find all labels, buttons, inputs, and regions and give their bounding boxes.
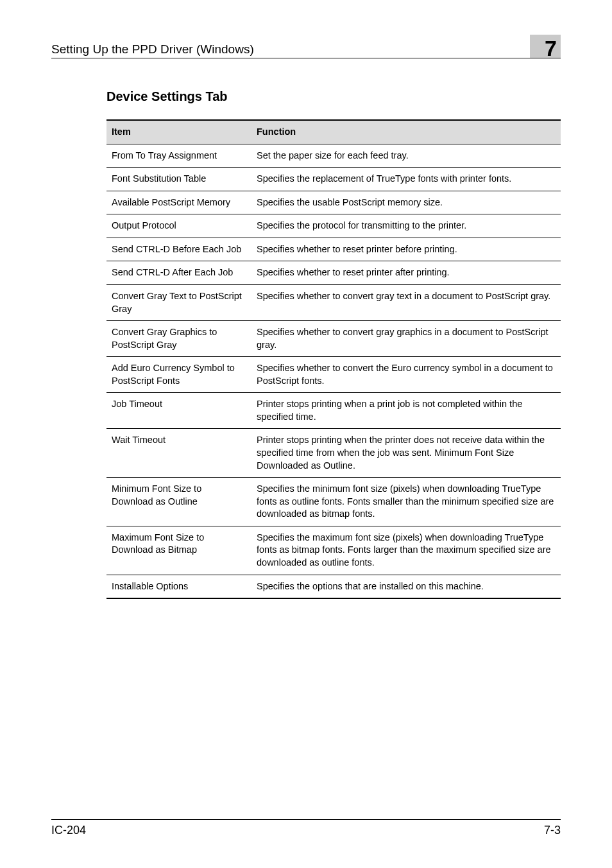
table-row: Output Protocol Specifies the protocol f…	[106, 214, 561, 238]
table-row: Minimum Font Size to Download as Outline…	[106, 478, 561, 526]
table-row: Convert Gray Graphics to PostScript Gray…	[106, 321, 561, 357]
section-title: Device Settings Tab	[106, 89, 561, 104]
table-row: Send CTRL-D After Each Job Specifies whe…	[106, 261, 561, 285]
table-cell-item: Job Timeout	[106, 393, 251, 429]
table-header-item: Item	[106, 120, 251, 144]
device-settings-table: Item Function From To Tray Assignment Se…	[106, 119, 561, 599]
table-cell-item: Font Substitution Table	[106, 168, 251, 191]
table-cell-item: Output Protocol	[106, 214, 251, 238]
table-cell-item: Send CTRL-D After Each Job	[106, 261, 251, 285]
table-cell-item: From To Tray Assignment	[106, 144, 251, 168]
table-cell-function: Specifies whether to reset printer after…	[251, 261, 561, 285]
header-title: Setting Up the PPD Driver (Windows)	[51, 42, 254, 56]
chapter-indicator: 7	[522, 35, 561, 58]
table-row: Font Substitution Table Specifies the re…	[106, 168, 561, 191]
table-cell-function: Printer stops printing when a print job …	[251, 393, 561, 429]
table-row: Installable Options Specifies the option…	[106, 575, 561, 598]
table-cell-function: Specifies the usable PostScript memory s…	[251, 191, 561, 214]
table-cell-item: Minimum Font Size to Download as Outline	[106, 478, 251, 526]
table-row: Job Timeout Printer stops printing when …	[106, 393, 561, 429]
table-row: Convert Gray Text to PostScript Gray Spe…	[106, 284, 561, 320]
table-cell-item: Available PostScript Memory	[106, 191, 251, 214]
table-row: Add Euro Currency Symbol to PostScript F…	[106, 357, 561, 393]
table-cell-item: Wait Timeout	[106, 429, 251, 478]
page-header: Setting Up the PPD Driver (Windows) 7	[51, 35, 561, 58]
table-row: Maximum Font Size to Download as Bitmap …	[106, 526, 561, 575]
table-cell-function: Printer stops printing when the printer …	[251, 429, 561, 478]
table-cell-item: Installable Options	[106, 575, 251, 598]
table-cell-function: Specifies the options that are installed…	[251, 575, 561, 598]
page-footer: IC-204 7-3	[51, 819, 561, 837]
table-cell-item: Maximum Font Size to Download as Bitmap	[106, 526, 251, 575]
table-cell-function: Specifies whether to reset printer befor…	[251, 238, 561, 261]
table-cell-function: Specifies the maximum font size (pixels)…	[251, 526, 561, 575]
chapter-number: 7	[545, 37, 557, 59]
table-cell-function: Specifies whether to convert gray text i…	[251, 284, 561, 320]
table-cell-function: Specifies the replacement of TrueType fo…	[251, 168, 561, 191]
footer-right: 7-3	[544, 824, 561, 837]
table-cell-function: Specifies the protocol for transmitting …	[251, 214, 561, 238]
table-cell-item: Convert Gray Graphics to PostScript Gray	[106, 321, 251, 357]
footer-left: IC-204	[51, 824, 86, 837]
table-header-function: Function	[251, 120, 561, 144]
table-cell-function: Specifies whether to convert gray graphi…	[251, 321, 561, 357]
table-cell-item: Add Euro Currency Symbol to PostScript F…	[106, 357, 251, 393]
table-cell-item: Send CTRL-D Before Each Job	[106, 238, 251, 261]
table-cell-function: Specifies whether to convert the Euro cu…	[251, 357, 561, 393]
table-cell-function: Specifies the minimum font size (pixels)…	[251, 478, 561, 526]
table-cell-function: Set the paper size for each feed tray.	[251, 144, 561, 168]
table-row: From To Tray Assignment Set the paper si…	[106, 144, 561, 168]
table-row: Send CTRL-D Before Each Job Specifies wh…	[106, 238, 561, 261]
table-cell-item: Convert Gray Text to PostScript Gray	[106, 284, 251, 320]
table-row: Available PostScript Memory Specifies th…	[106, 191, 561, 214]
table-row: Wait Timeout Printer stops printing when…	[106, 429, 561, 478]
